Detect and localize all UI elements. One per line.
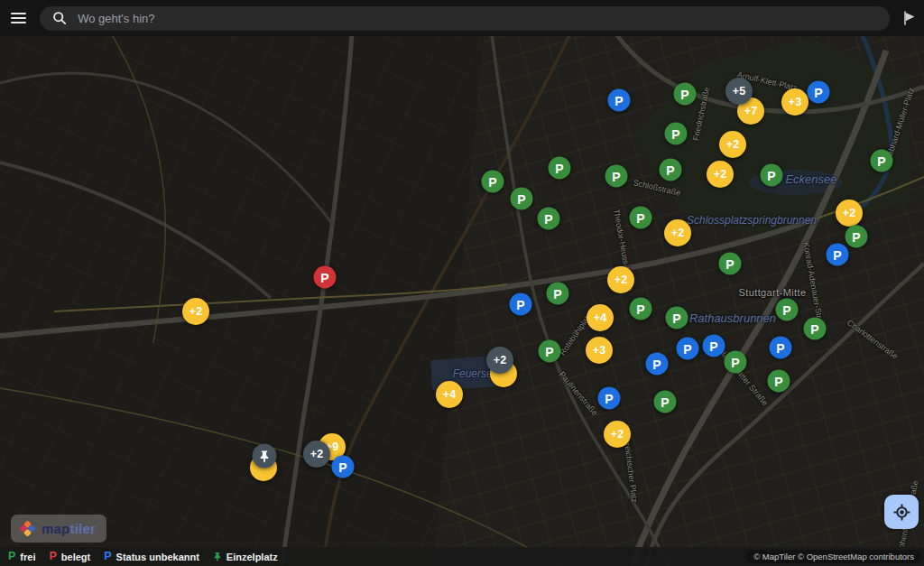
parking-icon: P bbox=[104, 551, 111, 562]
legend-item-status-unbekannt: PStatus unbekannt bbox=[104, 551, 199, 562]
map-markers-layer: PP+7+5P+3P+2PPPP+2PPPPP+2+2PPPP+2PP+2PP+… bbox=[0, 0, 924, 566]
marker-parking-unknown[interactable]: P bbox=[510, 293, 532, 316]
marker-parking-free[interactable]: P bbox=[654, 391, 677, 413]
marker-parking-free[interactable]: P bbox=[539, 340, 561, 363]
marker-parking-free[interactable]: P bbox=[719, 253, 742, 275]
top-bar bbox=[0, 0, 924, 36]
marker-parking-unknown[interactable]: P bbox=[646, 353, 669, 376]
marker-parking-unknown[interactable]: P bbox=[677, 338, 699, 360]
marker-parking-free[interactable]: P bbox=[549, 157, 571, 180]
marker-parking-free[interactable]: P bbox=[605, 165, 628, 188]
marker-cluster[interactable]: +4 bbox=[436, 381, 463, 408]
marker-cluster[interactable]: +4 bbox=[587, 304, 614, 331]
marker-parking-free[interactable]: P bbox=[666, 307, 688, 329]
legend-label: frei bbox=[20, 552, 35, 562]
marker-parking-free[interactable]: P bbox=[511, 188, 533, 210]
marker-parking-free[interactable]: P bbox=[871, 150, 893, 172]
menu-icon[interactable] bbox=[5, 5, 31, 32]
map-attribution[interactable]: © MapTiler © OpenStreetMap contributors bbox=[746, 550, 921, 563]
marker-parking-free[interactable]: P bbox=[630, 207, 652, 229]
pin-icon bbox=[213, 552, 222, 561]
legend-item-belegt: Pbelegt bbox=[49, 551, 90, 562]
marker-cluster[interactable]: +2 bbox=[604, 421, 631, 448]
marker-parking-unknown[interactable]: P bbox=[332, 456, 355, 478]
marker-parking-occupied[interactable]: P bbox=[314, 266, 337, 289]
parking-icon: P bbox=[8, 551, 15, 562]
marker-cluster-dark[interactable]: +2 bbox=[303, 441, 330, 468]
parking-map-app: { "topbar": { "search_placeholder": "Wo … bbox=[0, 0, 924, 566]
legend-label: Einzelplatz bbox=[226, 552, 278, 562]
marker-parking-free[interactable]: P bbox=[776, 299, 799, 321]
marker-single-spot-pin[interactable] bbox=[253, 444, 277, 469]
pushpin-icon bbox=[259, 450, 271, 462]
marker-parking-unknown[interactable]: P bbox=[703, 335, 725, 357]
legend-item-frei: Pfrei bbox=[8, 551, 35, 562]
marker-parking-unknown[interactable]: P bbox=[598, 387, 621, 410]
marker-parking-unknown[interactable]: P bbox=[808, 81, 830, 104]
marker-cluster[interactable]: +2 bbox=[607, 266, 634, 293]
maptiler-logo-text: maptiler bbox=[42, 522, 96, 535]
marker-parking-free[interactable]: P bbox=[538, 208, 560, 230]
legend-item-einzelplatz: Einzelplatz bbox=[213, 552, 278, 562]
legend-label: Status unbekannt bbox=[116, 552, 199, 562]
maptiler-logo-icon bbox=[19, 520, 36, 537]
marker-parking-free[interactable]: P bbox=[630, 298, 652, 320]
marker-parking-free[interactable]: P bbox=[725, 351, 747, 374]
marker-parking-free[interactable]: P bbox=[660, 159, 682, 181]
marker-cluster-dark[interactable]: +5 bbox=[725, 78, 753, 105]
marker-parking-free[interactable]: P bbox=[547, 283, 569, 305]
marker-parking-free[interactable]: P bbox=[482, 171, 504, 193]
search-icon bbox=[52, 11, 67, 25]
search-bar[interactable] bbox=[40, 6, 890, 31]
flag-icon[interactable] bbox=[895, 3, 924, 33]
legend-label: belegt bbox=[61, 552, 90, 562]
marker-parking-unknown[interactable]: P bbox=[770, 337, 792, 359]
marker-cluster[interactable]: +2 bbox=[664, 219, 691, 246]
marker-parking-free[interactable]: P bbox=[761, 164, 783, 187]
marker-parking-free[interactable]: P bbox=[665, 123, 688, 145]
marker-parking-unknown[interactable]: P bbox=[608, 89, 631, 112]
maptiler-logo[interactable]: maptiler bbox=[11, 515, 106, 543]
parking-icon: P bbox=[49, 551, 56, 562]
marker-cluster[interactable]: +2 bbox=[707, 161, 734, 188]
search-input[interactable] bbox=[76, 11, 890, 26]
locate-button[interactable] bbox=[884, 495, 919, 529]
marker-cluster[interactable]: +3 bbox=[586, 337, 613, 364]
marker-cluster[interactable]: +2 bbox=[719, 131, 746, 158]
marker-parking-free[interactable]: P bbox=[674, 83, 697, 106]
marker-cluster-dark[interactable]: +2 bbox=[486, 347, 513, 374]
crosshair-icon bbox=[892, 503, 911, 522]
marker-cluster[interactable]: +2 bbox=[182, 298, 209, 325]
marker-cluster[interactable]: +3 bbox=[781, 88, 808, 116]
marker-parking-free[interactable]: P bbox=[804, 318, 827, 340]
marker-parking-free[interactable]: P bbox=[768, 370, 790, 393]
marker-cluster[interactable]: +2 bbox=[836, 199, 863, 227]
map-canvas[interactable]: EckenseeSchlossplatzspringbrunnenStuttga… bbox=[0, 0, 924, 566]
marker-parking-unknown[interactable]: P bbox=[827, 244, 849, 266]
marker-parking-free[interactable]: P bbox=[845, 226, 868, 248]
